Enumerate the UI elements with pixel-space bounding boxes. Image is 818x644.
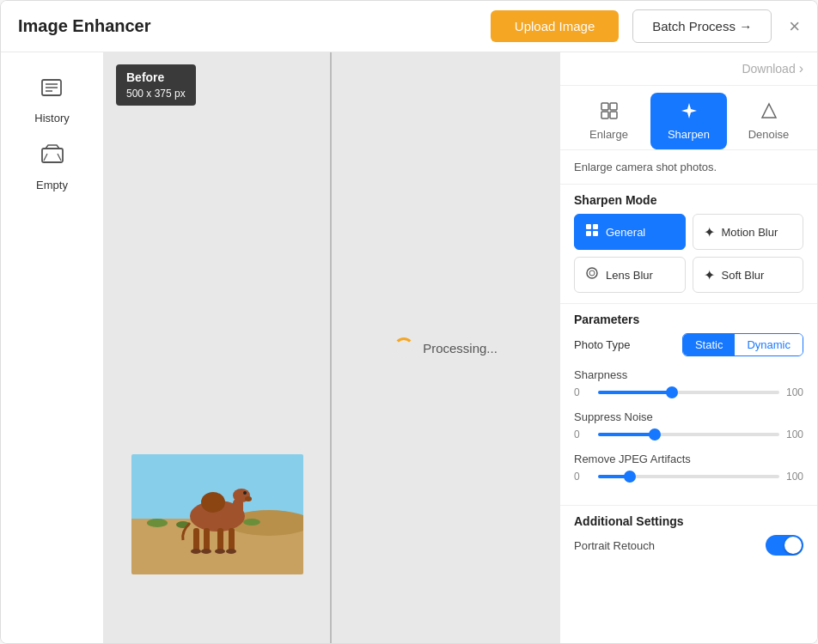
svg-rect-20 bbox=[217, 528, 223, 552]
sharpen-mode-title: Sharpen Mode bbox=[560, 185, 817, 214]
svg-marker-32 bbox=[762, 104, 776, 118]
app-container: Image Enhancer Upload Image Batch Proces… bbox=[0, 0, 818, 644]
toggle-dynamic[interactable]: Dynamic bbox=[735, 334, 803, 355]
mode-soft-blur-label: Soft Blur bbox=[722, 269, 765, 282]
camel-image bbox=[131, 454, 303, 574]
app-title: Image Enhancer bbox=[18, 16, 151, 36]
history-label: History bbox=[34, 112, 69, 125]
svg-marker-31 bbox=[681, 103, 697, 118]
tab-sharpen-label: Sharpen bbox=[668, 128, 710, 141]
right-panel: Download › Enlarge bbox=[559, 52, 817, 643]
general-icon bbox=[585, 223, 599, 240]
svg-point-25 bbox=[226, 549, 236, 554]
before-panel: Before 500 x 375 px bbox=[104, 52, 332, 643]
suppress-noise-min: 0 bbox=[574, 428, 591, 440]
tab-description: Enlarge camera shot photos. bbox=[560, 150, 817, 185]
toggle-static[interactable]: Static bbox=[683, 334, 736, 355]
svg-rect-21 bbox=[229, 528, 235, 552]
mode-motion-blur[interactable]: ✦ Motion Blur bbox=[693, 214, 804, 250]
svg-rect-30 bbox=[610, 112, 617, 118]
batch-process-button[interactable]: Batch Process → bbox=[632, 9, 772, 43]
sharpness-slider-row: 0 100 bbox=[574, 386, 803, 398]
svg-rect-19 bbox=[204, 528, 210, 552]
svg-rect-28 bbox=[610, 103, 617, 110]
tab-sharpen[interactable]: Sharpen bbox=[650, 93, 727, 149]
tab-enlarge[interactable]: Enlarge bbox=[571, 93, 647, 149]
processing-text: Processing... bbox=[423, 341, 498, 355]
sharpness-label: Sharpness bbox=[574, 368, 803, 381]
svg-rect-36 bbox=[593, 231, 598, 236]
photo-type-toggle: Static Dynamic bbox=[682, 333, 803, 356]
upload-button[interactable]: Upload Image bbox=[491, 10, 619, 42]
history-icon bbox=[39, 75, 64, 106]
svg-rect-35 bbox=[586, 231, 591, 236]
sharpness-min: 0 bbox=[574, 386, 591, 398]
additional-title: Additional Settings bbox=[574, 506, 803, 535]
mode-general[interactable]: General bbox=[574, 214, 686, 250]
close-button[interactable]: × bbox=[789, 17, 800, 36]
svg-rect-33 bbox=[586, 224, 591, 229]
soft-blur-icon: ✦ bbox=[704, 267, 715, 283]
sidebar: History Empty bbox=[1, 52, 104, 643]
parameters-title: Parameters bbox=[574, 304, 803, 333]
download-button[interactable]: Download › bbox=[742, 61, 803, 76]
svg-point-23 bbox=[201, 549, 211, 554]
suppress-noise-label: Suppress Noise bbox=[574, 410, 803, 423]
sharpness-slider[interactable] bbox=[598, 391, 779, 394]
mode-motion-blur-label: Motion Blur bbox=[722, 226, 778, 239]
mode-lens-blur-label: Lens Blur bbox=[606, 269, 653, 282]
before-title: Before bbox=[126, 70, 186, 87]
svg-rect-34 bbox=[593, 224, 598, 229]
after-panel: Processing... bbox=[332, 52, 559, 643]
jpeg-artifacts-slider-row: 0 100 bbox=[574, 471, 803, 483]
download-label: Download bbox=[742, 62, 795, 76]
motion-blur-icon: ✦ bbox=[704, 224, 715, 240]
loading-spinner bbox=[394, 337, 414, 358]
suppress-noise-slider[interactable] bbox=[598, 433, 779, 436]
photo-type-row: Photo Type Static Dynamic bbox=[574, 333, 803, 356]
sharpness-max: 100 bbox=[786, 386, 803, 398]
mode-tabs: Enlarge Sharpen De bbox=[560, 86, 817, 150]
sharpen-icon bbox=[680, 101, 699, 125]
svg-point-37 bbox=[587, 268, 597, 278]
tab-denoise-label: Denoise bbox=[748, 128, 790, 141]
svg-point-14 bbox=[201, 492, 225, 513]
jpeg-artifacts-min: 0 bbox=[574, 471, 591, 483]
download-bar: Download › bbox=[560, 52, 817, 86]
parameters-section: Parameters Photo Type Static Dynamic Sha… bbox=[560, 303, 817, 505]
svg-rect-27 bbox=[601, 103, 608, 110]
svg-rect-18 bbox=[193, 528, 199, 552]
processing-container: Processing... bbox=[394, 337, 498, 358]
svg-line-6 bbox=[58, 154, 61, 161]
svg-rect-4 bbox=[42, 149, 63, 162]
empty-icon bbox=[40, 142, 65, 173]
lens-blur-icon bbox=[585, 266, 599, 283]
additional-settings-section: Additional Settings Portrait Retouch bbox=[560, 505, 817, 566]
mode-soft-blur[interactable]: ✦ Soft Blur bbox=[693, 257, 804, 293]
photo-type-label: Photo Type bbox=[574, 338, 631, 351]
jpeg-artifacts-max: 100 bbox=[786, 471, 803, 483]
suppress-noise-max: 100 bbox=[786, 428, 803, 440]
sidebar-item-history[interactable]: History bbox=[34, 66, 69, 133]
jpeg-artifacts-label: Remove JPEG Artifacts bbox=[574, 453, 803, 465]
before-badge: Before 500 x 375 px bbox=[116, 64, 196, 106]
svg-rect-29 bbox=[601, 112, 608, 118]
sharpen-modes: General ✦ Motion Blur Lens Blur bbox=[560, 214, 817, 303]
svg-point-22 bbox=[191, 549, 201, 554]
svg-point-24 bbox=[215, 549, 225, 554]
portrait-retouch-label: Portrait Retouch bbox=[574, 539, 655, 552]
svg-point-10 bbox=[147, 519, 168, 527]
before-size: 500 x 375 px bbox=[126, 87, 186, 101]
svg-line-5 bbox=[44, 154, 47, 161]
tab-denoise[interactable]: Denoise bbox=[730, 93, 807, 149]
svg-point-12 bbox=[243, 519, 260, 526]
svg-point-17 bbox=[245, 496, 252, 501]
jpeg-artifacts-slider[interactable] bbox=[598, 475, 779, 478]
sidebar-item-empty[interactable]: Empty bbox=[36, 133, 68, 200]
svg-point-26 bbox=[243, 491, 247, 495]
sharpness-slider-group: Sharpness 0 100 bbox=[574, 368, 803, 398]
main-content: History Empty Before 500 x bbox=[1, 52, 817, 643]
mode-lens-blur[interactable]: Lens Blur bbox=[574, 257, 686, 293]
svg-point-38 bbox=[589, 270, 595, 276]
portrait-retouch-toggle[interactable] bbox=[766, 535, 803, 556]
